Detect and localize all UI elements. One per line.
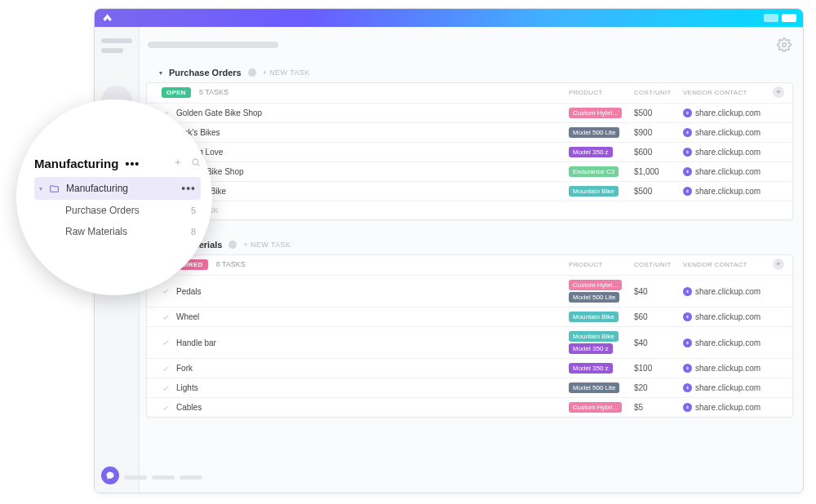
checkmark-icon[interactable] [162, 338, 170, 347]
vendor-link[interactable]: share.clickup.com [683, 338, 773, 347]
maximize-icon[interactable] [782, 14, 796, 22]
info-icon[interactable] [228, 241, 237, 249]
product-tag[interactable]: Custom Hybri... [569, 402, 622, 413]
vendor-link[interactable]: share.clickup.com [683, 167, 773, 176]
sidebar-folder-label: Manufacturing [66, 183, 128, 194]
product-tag[interactable]: Mountain Bike [569, 312, 619, 322]
checkmark-icon[interactable] [162, 404, 170, 412]
group-header[interactable]: ▾ aw Materials + NEW TASK [153, 235, 793, 253]
vendor-link[interactable]: share.clickup.com [683, 108, 773, 117]
vendor-link[interactable]: share.clickup.com [683, 312, 773, 321]
caret-down-icon: ▾ [159, 69, 162, 77]
task-row[interactable]: Rainbow Bike Mountain Bike $500 share.cl… [147, 181, 792, 201]
sidebar-list-purchase-orders[interactable]: Purchase Orders 5 [34, 200, 201, 221]
group-status-row: OPEN 5 TASKS PRODUCT COST/UNIT VENDOR CO… [147, 83, 792, 103]
link-icon [683, 128, 692, 137]
add-column-button[interactable]: + [773, 259, 784, 270]
vendor-link[interactable]: share.clickup.com [683, 128, 773, 137]
product-tag[interactable]: Model 350 z [569, 147, 613, 157]
sidebar-list-label: Purchase Orders [65, 205, 140, 216]
col-header-vendor: VENDOR CONTACT [683, 89, 773, 96]
new-task-button[interactable]: + NEW TASK [263, 69, 310, 77]
more-icon[interactable]: ••• [126, 157, 140, 170]
link-icon [683, 403, 692, 412]
link-icon [683, 338, 692, 347]
sidebar-folder-manufacturing[interactable]: ▾ Manufacturing ••• [34, 177, 201, 200]
svg-point-1 [193, 159, 198, 165]
product-tag[interactable]: Model 350 z [569, 363, 613, 374]
checkmark-icon[interactable] [162, 313, 170, 321]
checkmark-icon[interactable] [162, 384, 170, 392]
add-column-button[interactable]: + [773, 86, 784, 98]
gear-icon[interactable] [777, 38, 792, 52]
product-tag[interactable]: Model 500 Lite [569, 127, 619, 138]
task-cost: $5 [634, 403, 683, 412]
task-group: OPEN 5 TASKS PRODUCT COST/UNIT VENDOR CO… [146, 82, 793, 220]
product-tag[interactable]: Model 350 z [569, 343, 613, 354]
task-row[interactable]: Pedals Custom Hybri...Model 500 Lite $40… [147, 275, 792, 307]
checkmark-icon[interactable] [162, 365, 170, 373]
minimize-icon[interactable] [764, 14, 778, 22]
space-title: Manufacturing ••• [34, 157, 140, 170]
status-badge[interactable]: OPEN [162, 87, 191, 98]
task-row[interactable]: Golden Gate Bike Shop Custom Hybri... $5… [147, 103, 792, 122]
vendor-url: share.clickup.com [695, 148, 761, 157]
link-icon [683, 383, 692, 392]
link-icon [683, 108, 692, 117]
product-tag[interactable]: Custom Hybri... [569, 280, 622, 290]
space-header[interactable]: Manufacturing ••• [34, 153, 201, 177]
vendor-link[interactable]: share.clickup.com [683, 187, 773, 196]
search-icon[interactable] [191, 156, 201, 170]
task-row[interactable]: Jenna's Bike Shop Endurance C3 $1,000 sh… [147, 161, 792, 181]
new-task-button[interactable]: + NEW TASK [243, 241, 290, 249]
info-icon[interactable] [248, 69, 256, 77]
app-window: ▾ Purchase Orders + NEW TASK OPEN 5 TASK… [94, 8, 804, 493]
task-row[interactable]: Cycling Love Model 350 z $600 share.clic… [147, 142, 792, 161]
task-cost: $500 [634, 108, 683, 117]
task-row[interactable]: Lights Model 500 Lite $20 share.clickup.… [147, 378, 792, 397]
task-row[interactable]: Cables Custom Hybri... $5 share.clickup.… [147, 397, 792, 417]
vendor-link[interactable]: share.clickup.com [683, 383, 773, 392]
vendor-link[interactable]: share.clickup.com [683, 364, 773, 373]
product-tag[interactable]: Endurance C3 [569, 166, 619, 177]
more-icon[interactable]: ••• [181, 182, 196, 195]
group-header[interactable]: ▾ Purchase Orders + NEW TASK [153, 63, 793, 81]
task-row[interactable]: Rick's Bikes Model 500 Lite $900 share.c… [147, 122, 792, 142]
vendor-url: share.clickup.com [695, 383, 761, 392]
view-header [140, 27, 803, 63]
sidebar-list-count: 8 [191, 227, 196, 237]
vendor-link[interactable]: share.clickup.com [683, 403, 773, 412]
list-content: ▾ Purchase Orders + NEW TASK OPEN 5 TASK… [140, 63, 803, 493]
col-header-product: PRODUCT [569, 261, 634, 268]
sidebar-list-raw-materials[interactable]: Raw Materials 8 [34, 221, 201, 242]
product-tag[interactable]: Model 500 Lite [569, 382, 619, 393]
svg-point-0 [783, 43, 787, 47]
chat-button[interactable] [101, 466, 119, 484]
task-row[interactable]: Fork Model 350 z $100 share.clickup.com [147, 358, 792, 378]
task-row[interactable]: Wheel Mountain Bike $60 share.clickup.co… [147, 307, 792, 326]
sidebar-zoom-popover: Manufacturing ••• ▾ Manufacturing ••• Pu… [16, 99, 212, 295]
plus-icon[interactable] [173, 156, 183, 170]
vendor-link[interactable]: share.clickup.com [683, 287, 773, 296]
sidebar-list-label: Raw Materials [65, 226, 127, 237]
task-cost: $500 [634, 187, 683, 196]
add-task-button[interactable]: + ADD TASK [147, 201, 792, 219]
checkmark-icon[interactable] [162, 287, 170, 295]
task-name: Lights [176, 383, 198, 392]
placeholder [124, 475, 202, 480]
group-title: Purchase Orders [169, 68, 242, 77]
vendor-link[interactable]: share.clickup.com [683, 148, 773, 157]
col-header-cost: COST/UNIT [634, 89, 683, 96]
title-bar [95, 9, 803, 27]
link-icon [683, 312, 692, 321]
vendor-url: share.clickup.com [695, 287, 761, 296]
product-tag[interactable]: Custom Hybri... [569, 108, 622, 118]
folder-icon [49, 183, 60, 194]
product-tag[interactable]: Mountain Bike [569, 331, 619, 342]
link-icon [683, 167, 692, 176]
window-controls[interactable] [764, 14, 796, 22]
task-cost: $20 [634, 383, 683, 392]
product-tag[interactable]: Model 500 Lite [569, 292, 619, 303]
product-tag[interactable]: Mountain Bike [569, 186, 619, 197]
task-row[interactable]: Handle bar Mountain BikeModel 350 z $40 … [147, 326, 792, 358]
